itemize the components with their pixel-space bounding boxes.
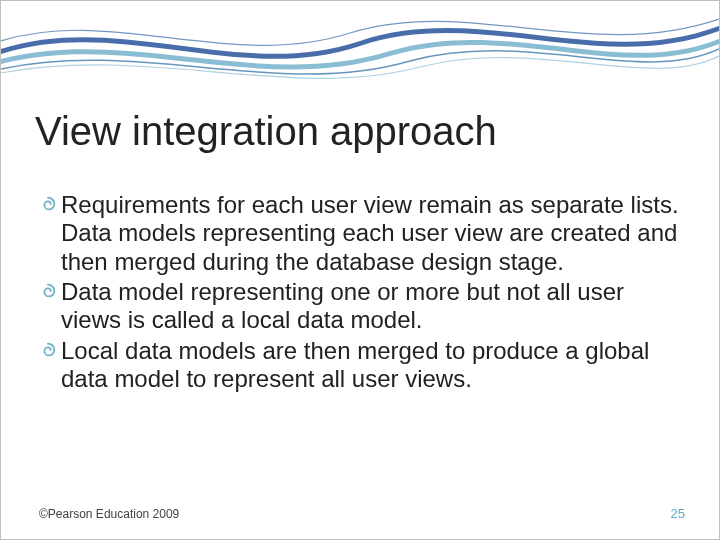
bullet-item: Local data models are then merged to pro… <box>39 337 681 394</box>
wave-icon <box>1 1 719 91</box>
page-number: 25 <box>671 506 685 521</box>
slide-title: View integration approach <box>35 109 685 154</box>
swirl-bullet-icon <box>39 195 61 213</box>
bullet-text: Data model representing one or more but … <box>61 278 681 335</box>
slide-body: Requirements for each user view remain a… <box>39 191 681 395</box>
bullet-text: Requirements for each user view remain a… <box>61 191 681 276</box>
bullet-text: Local data models are then merged to pro… <box>61 337 681 394</box>
bullet-item: Data model representing one or more but … <box>39 278 681 335</box>
swirl-bullet-icon <box>39 341 61 359</box>
decorative-wave-band <box>1 1 719 91</box>
slide: View integration approach Requirements f… <box>0 0 720 540</box>
bullet-item: Requirements for each user view remain a… <box>39 191 681 276</box>
footer-copyright: ©Pearson Education 2009 <box>39 507 179 521</box>
swirl-bullet-icon <box>39 282 61 300</box>
